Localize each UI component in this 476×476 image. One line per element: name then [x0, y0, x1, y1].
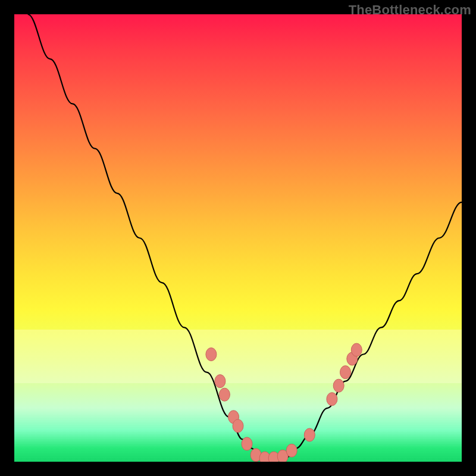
curve-marker: [351, 343, 362, 356]
curve-marker: [242, 437, 252, 450]
curve-marker: [304, 428, 315, 441]
watermark-text: TheBottleneck.com: [349, 2, 471, 18]
curve-marker: [219, 388, 230, 401]
bottleneck-curve: [28, 14, 462, 459]
curve-marker: [327, 393, 337, 406]
curve-marker: [286, 444, 297, 457]
curve-marker: [340, 366, 351, 379]
curve-marker: [233, 419, 243, 433]
plot-area: [14, 14, 462, 462]
curve-markers: [206, 343, 362, 462]
chart-frame: TheBottleneck.com: [0, 0, 476, 476]
curve-marker: [215, 375, 226, 388]
curve-layer: [14, 14, 462, 462]
curve-marker: [333, 379, 344, 392]
curve-marker: [206, 348, 217, 361]
